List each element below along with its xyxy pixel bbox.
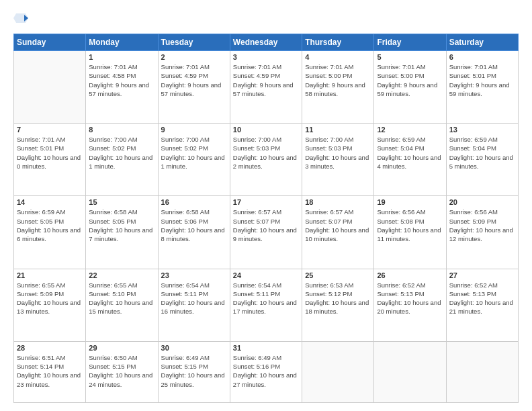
calendar-week-4: 21Sunrise: 6:55 AMSunset: 5:09 PMDayligh… [14,269,519,341]
calendar-cell: 4Sunrise: 7:01 AMSunset: 5:00 PMDaylight… [302,51,374,124]
calendar-cell: 1Sunrise: 7:01 AMSunset: 4:58 PMDaylight… [86,51,158,124]
logo [13,11,28,28]
cell-info: Sunrise: 7:00 AMSunset: 5:03 PMDaylight:… [233,135,299,171]
cell-date: 3 [233,53,299,61]
calendar-week-2: 7Sunrise: 7:01 AMSunset: 5:01 PMDaylight… [14,124,519,196]
cell-date: 7 [17,126,83,134]
cell-info: Sunrise: 6:59 AMSunset: 5:04 PMDaylight:… [377,135,443,171]
calendar-cell: 22Sunrise: 6:55 AMSunset: 5:10 PMDayligh… [86,269,158,341]
calendar-header-row: SundayMondayTuesdayWednesdayThursdayFrid… [14,34,519,51]
cell-info: Sunrise: 6:59 AMSunset: 5:05 PMDaylight:… [17,208,83,243]
cell-date: 2 [161,53,227,61]
cell-date: 19 [377,198,443,206]
cell-info: Sunrise: 7:01 AMSunset: 5:00 PMDaylight:… [305,62,371,98]
calendar-cell [14,51,86,124]
calendar-cell: 13Sunrise: 6:59 AMSunset: 5:04 PMDayligh… [446,124,518,196]
cell-info: Sunrise: 6:57 AMSunset: 5:07 PMDaylight:… [233,208,299,243]
cell-date: 22 [89,271,154,279]
cell-date: 6 [449,53,515,61]
cell-info: Sunrise: 7:01 AMSunset: 4:59 PMDaylight:… [233,62,299,98]
cell-info: Sunrise: 6:54 AMSunset: 5:11 PMDaylight:… [233,281,299,316]
cell-date: 13 [449,126,515,134]
calendar-cell: 23Sunrise: 6:54 AMSunset: 5:11 PMDayligh… [158,269,230,341]
day-header-thursday: Thursday [302,34,374,51]
cell-date: 15 [89,198,154,206]
cell-date: 18 [305,198,371,206]
calendar-cell: 19Sunrise: 6:56 AMSunset: 5:08 PMDayligh… [374,196,446,269]
cell-date: 29 [89,344,154,352]
cell-info: Sunrise: 6:49 AMSunset: 5:16 PMDaylight:… [233,353,299,389]
cell-date: 11 [305,126,371,134]
cell-date: 24 [233,271,299,279]
cell-date: 21 [17,271,83,279]
calendar-cell: 31Sunrise: 6:49 AMSunset: 5:16 PMDayligh… [230,341,302,402]
calendar-cell: 11Sunrise: 7:00 AMSunset: 5:03 PMDayligh… [302,124,374,196]
cell-info: Sunrise: 6:59 AMSunset: 5:04 PMDaylight:… [449,135,515,171]
calendar-cell: 30Sunrise: 6:49 AMSunset: 5:15 PMDayligh… [158,341,230,402]
cell-info: Sunrise: 7:01 AMSunset: 5:01 PMDaylight:… [17,135,83,171]
calendar-week-3: 14Sunrise: 6:59 AMSunset: 5:05 PMDayligh… [14,196,519,269]
cell-date: 28 [17,344,83,352]
calendar-cell: 15Sunrise: 6:58 AMSunset: 5:05 PMDayligh… [86,196,158,269]
calendar-cell: 8Sunrise: 7:00 AMSunset: 5:02 PMDaylight… [86,124,158,196]
cell-date: 5 [377,53,443,61]
calendar-table: SundayMondayTuesdayWednesdayThursdayFrid… [13,34,519,403]
calendar-cell [302,341,374,402]
cell-info: Sunrise: 6:49 AMSunset: 5:15 PMDaylight:… [161,353,227,389]
calendar-cell: 5Sunrise: 7:01 AMSunset: 5:00 PMDaylight… [374,51,446,124]
calendar-cell: 12Sunrise: 6:59 AMSunset: 5:04 PMDayligh… [374,124,446,196]
calendar-cell: 18Sunrise: 6:57 AMSunset: 5:07 PMDayligh… [302,196,374,269]
cell-date: 8 [89,126,154,134]
calendar-cell: 3Sunrise: 7:01 AMSunset: 4:59 PMDaylight… [230,51,302,124]
calendar-cell: 21Sunrise: 6:55 AMSunset: 5:09 PMDayligh… [14,269,86,341]
cell-date: 16 [161,198,227,206]
cell-date: 31 [233,344,299,352]
logo-icon [13,11,28,26]
cell-info: Sunrise: 7:00 AMSunset: 5:02 PMDaylight:… [161,135,227,171]
cell-info: Sunrise: 6:52 AMSunset: 5:13 PMDaylight:… [449,281,515,316]
cell-date: 17 [233,198,299,206]
calendar-week-5: 28Sunrise: 6:51 AMSunset: 5:14 PMDayligh… [14,341,519,402]
cell-info: Sunrise: 6:56 AMSunset: 5:08 PMDaylight:… [377,208,443,243]
cell-info: Sunrise: 6:55 AMSunset: 5:09 PMDaylight:… [17,281,83,316]
calendar-cell: 6Sunrise: 7:01 AMSunset: 5:01 PMDaylight… [446,51,518,124]
cell-date: 20 [449,198,515,206]
header [13,11,519,28]
cell-info: Sunrise: 7:01 AMSunset: 5:01 PMDaylight:… [449,62,515,98]
cell-date: 10 [233,126,299,134]
calendar-cell: 7Sunrise: 7:01 AMSunset: 5:01 PMDaylight… [14,124,86,196]
page: SundayMondayTuesdayWednesdayThursdayFrid… [0,0,532,411]
cell-info: Sunrise: 6:50 AMSunset: 5:15 PMDaylight:… [89,353,154,389]
cell-date: 26 [377,271,443,279]
cell-date: 12 [377,126,443,134]
calendar-cell: 16Sunrise: 6:58 AMSunset: 5:06 PMDayligh… [158,196,230,269]
calendar-cell: 17Sunrise: 6:57 AMSunset: 5:07 PMDayligh… [230,196,302,269]
calendar-cell: 2Sunrise: 7:01 AMSunset: 4:59 PMDaylight… [158,51,230,124]
calendar-cell: 14Sunrise: 6:59 AMSunset: 5:05 PMDayligh… [14,196,86,269]
calendar-cell: 20Sunrise: 6:56 AMSunset: 5:09 PMDayligh… [446,196,518,269]
cell-info: Sunrise: 7:01 AMSunset: 4:59 PMDaylight:… [161,62,227,98]
cell-info: Sunrise: 6:55 AMSunset: 5:10 PMDaylight:… [89,281,154,316]
cell-info: Sunrise: 6:54 AMSunset: 5:11 PMDaylight:… [161,281,227,316]
cell-info: Sunrise: 6:53 AMSunset: 5:12 PMDaylight:… [305,281,371,316]
calendar-cell: 29Sunrise: 6:50 AMSunset: 5:15 PMDayligh… [86,341,158,402]
day-header-monday: Monday [86,34,158,51]
calendar-cell [446,341,518,402]
cell-info: Sunrise: 6:52 AMSunset: 5:13 PMDaylight:… [377,281,443,316]
cell-date: 27 [449,271,515,279]
day-header-friday: Friday [374,34,446,51]
cell-date: 14 [17,198,83,206]
cell-date: 23 [161,271,227,279]
cell-info: Sunrise: 7:00 AMSunset: 5:03 PMDaylight:… [305,135,371,171]
day-header-saturday: Saturday [446,34,518,51]
cell-date: 1 [89,53,154,61]
day-header-sunday: Sunday [14,34,86,51]
calendar-cell: 26Sunrise: 6:52 AMSunset: 5:13 PMDayligh… [374,269,446,341]
cell-info: Sunrise: 6:56 AMSunset: 5:09 PMDaylight:… [449,208,515,243]
cell-info: Sunrise: 6:58 AMSunset: 5:06 PMDaylight:… [161,208,227,243]
calendar-week-1: 1Sunrise: 7:01 AMSunset: 4:58 PMDaylight… [14,51,519,124]
cell-date: 30 [161,344,227,352]
day-header-tuesday: Tuesday [158,34,230,51]
day-header-wednesday: Wednesday [230,34,302,51]
calendar-cell: 28Sunrise: 6:51 AMSunset: 5:14 PMDayligh… [14,341,86,402]
